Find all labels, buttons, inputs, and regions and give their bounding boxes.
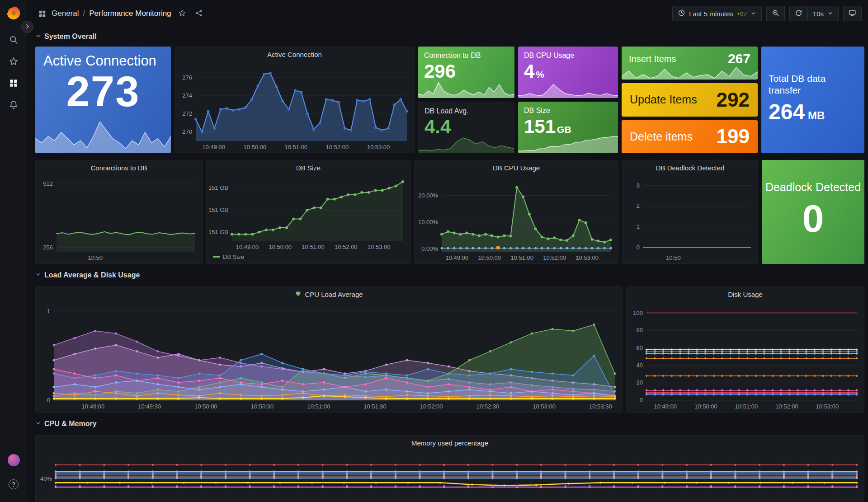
timeseries-chart[interactable]: 10080604020010:49:0010:50:0010:51:0010:5… [627, 301, 864, 412]
share-dashboard-button[interactable] [193, 7, 205, 20]
timeseries-chart[interactable]: 27627427227010:49:0010:50:0010:51:0010:5… [175, 61, 414, 153]
panel-title[interactable]: DB CPU Usage [524, 52, 574, 60]
sparkline [518, 77, 618, 98]
panel-db-load-avg-stat: DB Load Avg. 4.4 [418, 102, 514, 153]
panel-title[interactable]: Active Connection [43, 53, 156, 69]
panel-connection-to-db-stat: Connection to DB 296 [418, 47, 514, 98]
timeseries-chart[interactable]: 20.00%10.00%0.00%10:49:0010:50:0010:51:0… [415, 175, 618, 263]
svg-text:10:53:00: 10:53:00 [533, 403, 556, 410]
panel-db-cpu-usage-timeseries: DB CPU Usage 20.00%10.00%0.00%10:49:0010… [414, 160, 618, 264]
zoom-out-time-button[interactable] [766, 6, 785, 21]
refresh-group: 10s [789, 6, 839, 21]
sparkline [518, 132, 618, 153]
panel-title[interactable]: Disk Usage [627, 287, 864, 301]
panel-title[interactable]: Active Connection [175, 47, 414, 61]
chart-legend[interactable]: DB Size [207, 253, 410, 263]
svg-text:10:50:00: 10:50:00 [243, 144, 266, 150]
panel-delete-items-stat: Delete items 199 [622, 120, 758, 153]
svg-text:10:49:00: 10:49:00 [202, 144, 225, 150]
panel-db-cpu-usage-stat: DB CPU Usage 4% [518, 47, 618, 98]
svg-text:256: 256 [43, 244, 53, 251]
breadcrumb-root[interactable]: General [52, 9, 79, 18]
svg-text:10:53:00: 10:53:00 [367, 144, 390, 150]
svg-text:274: 274 [182, 92, 192, 99]
svg-text:151 GB: 151 GB [208, 206, 228, 213]
help-button[interactable]: ? [3, 474, 24, 495]
svg-text:10:53:00: 10:53:00 [368, 244, 391, 250]
svg-text:10:51:00: 10:51:00 [302, 244, 325, 250]
sidebar-nav [3, 29, 24, 117]
user-profile-button[interactable] [3, 450, 24, 470]
stat-value: 264MB [769, 99, 857, 124]
section-cpu-memory[interactable]: CPU & Memory [35, 418, 864, 430]
timeseries-chart[interactable]: 321010:50 [623, 175, 758, 263]
panel-title[interactable]: CPU Load Average [36, 287, 622, 301]
chevron-down-icon [35, 271, 41, 279]
panel-title[interactable]: Memory used percentage [36, 436, 864, 450]
panel-title[interactable]: Connections to DB [36, 160, 202, 175]
svg-text:10.00%: 10.00% [418, 219, 439, 225]
svg-text:10:52:30: 10:52:30 [476, 403, 500, 410]
svg-text:10:49:00: 10:49:00 [236, 244, 259, 250]
stack-connection-load: Connection to DB 296 DB Load Avg. 4.4 [418, 47, 514, 153]
svg-text:2: 2 [637, 202, 640, 209]
panel-total-db-transfer-stat: Total DB data transfer 264MB [761, 47, 864, 153]
panel-connections-to-db-timeseries: Connections to DB 51225610:50 [35, 160, 203, 264]
star-dashboard-button[interactable] [176, 7, 188, 20]
svg-text:10:50: 10:50 [88, 254, 103, 261]
timeseries-chart[interactable]: 1010:49:0010:49:3010:50:0010:50:3010:51:… [36, 301, 622, 412]
bell-icon [9, 100, 19, 111]
svg-text:151 GB: 151 GB [208, 184, 228, 191]
alerting-button[interactable] [3, 95, 24, 116]
panel-title[interactable]: Deadlock Detected [762, 181, 864, 194]
svg-text:1: 1 [47, 308, 50, 314]
stat-value: 199 [717, 125, 750, 148]
svg-text:40%: 40% [40, 475, 52, 482]
svg-text:0: 0 [47, 397, 50, 403]
timeseries-chart[interactable]: 40%20% [36, 450, 864, 502]
svg-text:10:50:00: 10:50:00 [694, 403, 717, 410]
svg-text:10:52:00: 10:52:00 [326, 144, 349, 150]
chevron-down-icon [827, 10, 833, 18]
sidebar-expand-button[interactable] [21, 21, 33, 33]
refresh-interval-picker[interactable]: 10s [807, 6, 839, 21]
svg-text:20.00%: 20.00% [418, 192, 439, 199]
panel-title[interactable]: Insert Items [629, 54, 676, 64]
timeseries-chart[interactable]: 151 GB151 GB151 GB10:49:0010:50:0010:51:… [207, 175, 410, 253]
section-load-average-disk[interactable]: Load Average & Disk Usage [35, 269, 864, 281]
time-range-picker[interactable]: Last 5 minutes +07 [672, 6, 762, 21]
refresh-button[interactable] [789, 6, 807, 21]
legend-swatch [213, 256, 220, 258]
row-system-overall-1: Active Connection 273 Active Connection … [35, 47, 864, 153]
svg-text:10:51:30: 10:51:30 [363, 403, 387, 410]
kiosk-mode-button[interactable] [843, 6, 862, 21]
panel-title[interactable]: Delete items [630, 130, 693, 143]
panel-title[interactable]: DB Size [207, 160, 410, 175]
panel-title[interactable]: Connection to DB [424, 52, 481, 60]
section-system-overall[interactable]: System Overall [35, 31, 864, 42]
svg-text:10:50:00: 10:50:00 [269, 244, 292, 250]
dashboards-button[interactable] [3, 73, 24, 94]
app-root: ? General / Performance Monitoring [0, 0, 868, 502]
starred-dashboards-button[interactable] [3, 52, 24, 72]
search-button[interactable] [3, 30, 24, 51]
svg-text:10:52:00: 10:52:00 [775, 403, 798, 410]
grafana-logo[interactable] [5, 5, 22, 21]
svg-text:80: 80 [637, 327, 643, 333]
panel-title[interactable]: Update Items [630, 93, 697, 106]
panel-title[interactable]: DB Size [524, 107, 550, 115]
svg-text:512: 512 [43, 180, 53, 187]
panel-title[interactable]: DB CPU Usage [415, 160, 618, 175]
svg-text:10:53:30: 10:53:30 [589, 403, 612, 410]
timeseries-chart[interactable]: 51225610:50 [36, 175, 202, 263]
panel-insert-items-stat: Insert Items 267 [622, 47, 758, 80]
panel-title[interactable]: DB Deadlock Detected [623, 160, 758, 175]
svg-text:10:51:00: 10:51:00 [735, 403, 758, 410]
panel-active-connection-timeseries: Active Connection 27627427227010:49:0010… [175, 47, 415, 153]
clock-icon [678, 9, 685, 18]
breadcrumb-separator: / [83, 9, 85, 18]
panel-title[interactable]: Total DB data transfer [769, 73, 845, 97]
panel-title[interactable]: DB Load Avg. [425, 107, 469, 115]
search-icon [9, 35, 19, 46]
svg-text:10:49:00: 10:49:00 [445, 254, 468, 261]
